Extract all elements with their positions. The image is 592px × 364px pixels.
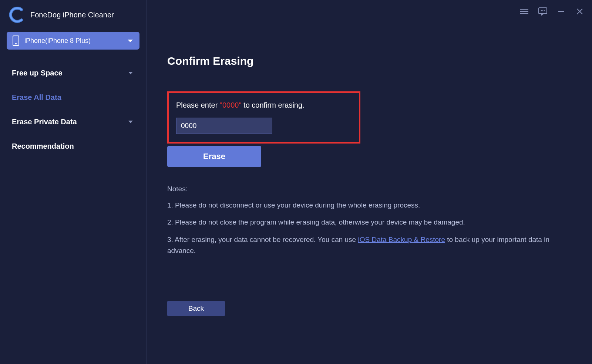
sidebar-item-label: Recommendation [12,142,74,151]
sidebar-item-label: Erase Private Data [12,118,77,126]
brand-name: FoneDog iPhone Cleaner [30,11,114,19]
note-3-prefix: 3. After erasing, your data cannot be re… [167,236,358,243]
svg-point-6 [544,10,545,11]
close-icon[interactable] [575,7,585,16]
svg-point-4 [541,10,542,11]
ios-backup-restore-link[interactable]: iOS Data Backup & Restore [358,236,445,243]
prompt-prefix: Please enter [176,101,220,109]
sidebar: FoneDog iPhone Cleaner iPhone(iPhone 8 P… [0,0,147,364]
chevron-down-icon [128,121,133,123]
note-1: 1. Please do not disconnect or use your … [167,200,556,211]
titlebar [519,7,585,16]
back-button[interactable]: Back [167,301,225,316]
note-3: 3. After erasing, your data cannot be re… [167,234,556,257]
phone-icon [13,36,19,46]
main-content: Confirm Erasing Please enter "0000" to c… [147,0,592,364]
prompt-suffix: to confirm erasing. [242,101,305,109]
chevron-down-icon [128,40,133,42]
sidebar-item-free-up-space[interactable]: Free up Space [7,61,139,85]
sidebar-item-recommendation[interactable]: Recommendation [7,134,139,158]
confirm-highlight-box: Please enter "0000" to confirm erasing. [167,91,360,144]
erase-button[interactable]: Erase [167,146,261,167]
prompt-code: "0000" [220,101,242,109]
chevron-down-icon [128,72,133,74]
page-title: Confirm Erasing [167,55,581,67]
sidebar-item-label: Free up Space [12,69,63,77]
confirm-prompt: Please enter "0000" to confirm erasing. [176,101,352,109]
device-selector[interactable]: iPhone(iPhone 8 Plus) [7,32,139,50]
page-content: Confirm Erasing Please enter "0000" to c… [147,0,592,257]
sidebar-item-erase-private-data[interactable]: Erase Private Data [7,109,139,134]
svg-point-5 [542,10,544,11]
confirm-code-input[interactable] [176,118,272,134]
sidebar-item-label: Erase All Data [12,93,61,102]
minimize-icon[interactable] [556,7,566,16]
feedback-icon[interactable] [538,7,548,16]
notes-heading: Notes: [167,185,581,193]
menu-icon[interactable] [519,7,529,16]
device-name: iPhone(iPhone 8 Plus) [24,37,91,45]
brand-logo-icon [8,7,24,23]
sidebar-item-erase-all-data[interactable]: Erase All Data [7,85,139,109]
divider [167,78,581,78]
note-2: 2. Please do not close the program while… [167,217,556,228]
brand-header: FoneDog iPhone Cleaner [7,7,139,23]
